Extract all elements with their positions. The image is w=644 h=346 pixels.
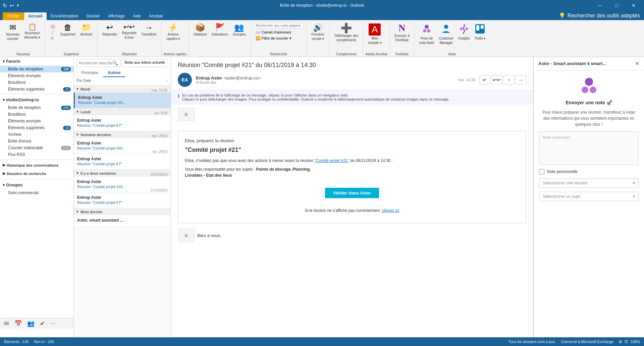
- mail-nav-icon[interactable]: ✉: [4, 320, 9, 327]
- email-item-5[interactable]: Entrup Aster 21/10/2019 Réunion "Comité …: [74, 192, 171, 208]
- tab-autres[interactable]: Autres: [103, 69, 125, 77]
- tab-envoi[interactable]: Envoi/réception: [47, 12, 83, 20]
- download-icon: ➕: [340, 23, 352, 33]
- personal-note-checkbox[interactable]: [539, 169, 544, 174]
- telecharger-button[interactable]: ➕ Télécharger descompléments: [332, 23, 360, 43]
- tab-accueil[interactable]: Accueil: [24, 12, 47, 20]
- move-label: Déplacer: [194, 32, 207, 37]
- email-item-0[interactable]: Entrup Aster mar. 14:30 Réunion "Comité …: [74, 93, 171, 108]
- cliquez-ici-link[interactable]: cliquez ici: [382, 208, 399, 213]
- aster-section-title: Envoyer une note 🚀: [539, 100, 639, 105]
- email-item-3[interactable]: Entrup Aster lun. 28/10 Réunion "Comité …: [74, 154, 171, 170]
- repondre-button[interactable]: ↩ Répondre: [100, 23, 119, 37]
- email-item-1[interactable]: Entrup Aster lun. 9:30 Réunion "Comité p…: [74, 115, 171, 131]
- undo-icon[interactable]: ↩: [10, 2, 14, 9]
- email-group-mois[interactable]: ▾ Mois dernier: [74, 208, 171, 215]
- people-nav-icon[interactable]: 👥: [27, 320, 35, 327]
- nouveaux-elements-button[interactable]: 📋 Nouveauxéléments ▾: [22, 23, 42, 40]
- sidebar-history-header[interactable]: ▶ Historique des conversations: [0, 161, 73, 169]
- complements-group-label: Compléments: [331, 52, 361, 57]
- sidebar-item-archive[interactable]: Archive: [0, 131, 73, 138]
- nouveau-courrier-button[interactable]: ✉ Nouveaucourrier: [4, 23, 21, 42]
- filtre-button[interactable]: 🔽 Filtre de courrier ▾: [254, 36, 304, 41]
- favorites-label: Favoris: [6, 59, 20, 64]
- actions-rapides-button[interactable]: ⚡ Actionsrapides ▾: [164, 23, 182, 42]
- sort-label[interactable]: Par Date: [76, 78, 91, 82]
- sort-icon[interactable]: ↑: [166, 78, 168, 82]
- aster-note-input[interactable]: Note à envoyer: [539, 131, 639, 165]
- sidebar-item-junk[interactable]: Courrier indésirable [15]: [0, 145, 73, 151]
- sidebar-item-drafts2[interactable]: Brouillons: [0, 111, 73, 118]
- trello-button[interactable]: Trello ▾: [473, 23, 487, 41]
- insights-label: Insights: [458, 36, 470, 41]
- view-icon1[interactable]: ⊞: [619, 340, 622, 344]
- indicateurs-button[interactable]: 🚩 Indicateurs: [210, 23, 230, 37]
- ignorer-button[interactable]: 🚫: [49, 24, 57, 29]
- deleted2-badge: 13: [63, 126, 71, 130]
- sidebar-item-rss[interactable]: Flux RSS: [0, 151, 73, 158]
- more-actions-btn[interactable]: ···: [516, 75, 526, 84]
- sidebar-item-inbox[interactable]: Boîte de réception 100: [0, 66, 73, 72]
- view-icon2[interactable]: ☰: [625, 340, 628, 344]
- onenote-button[interactable]: 𝐍 Envoyer àOneNote: [392, 23, 412, 43]
- select-sujet-dropdown[interactable]: Sélectionner un sujet ▾: [539, 192, 639, 201]
- reply-all-btn[interactable]: ↩↩: [491, 75, 502, 84]
- mon-compte-button[interactable]: A Moncompte ▾: [366, 23, 384, 46]
- reply-btn[interactable]: ↩: [479, 75, 490, 84]
- fonction-vocale-button[interactable]: 🔊 Fonctionvocale ▾: [310, 23, 326, 42]
- deplacer-button[interactable]: 📦 Déplacer: [192, 23, 209, 37]
- sidebar-item-drafts[interactable]: Brouillons: [0, 79, 73, 86]
- minimize-button[interactable]: ─: [592, 0, 608, 11]
- carnet-button[interactable]: 📖 Carnet d'adresses: [254, 29, 304, 35]
- sidebar-divider3: [0, 179, 73, 179]
- repondre-tous-button[interactable]: ↩↩ Répondreà tous: [120, 23, 139, 40]
- sidebar-favorites-header[interactable]: ▾ Favoris: [0, 57, 73, 66]
- insights-button[interactable]: Insights: [456, 23, 472, 41]
- tab-prioritaire[interactable]: Prioritaire: [76, 69, 103, 77]
- groupes-button[interactable]: 👥 Groupes: [231, 23, 248, 37]
- refresh-icon[interactable]: ↻: [3, 2, 7, 9]
- tab-acrobat[interactable]: Acrobat: [145, 12, 167, 20]
- sidebar-groups-header[interactable]: ▾ Groupes: [0, 181, 73, 189]
- select-reunion-dropdown[interactable]: Sélectionner une réunion ▾: [539, 178, 639, 188]
- sidebar-item-outbox[interactable]: Boîte d'envoi: [0, 138, 73, 145]
- sidebar-item-sent[interactable]: Éléments envoyés: [0, 72, 73, 79]
- sidebar-item-commercial[interactable]: Suivi commercial: [0, 189, 73, 196]
- close-button[interactable]: ✕: [626, 0, 641, 11]
- supprimer-button[interactable]: 🗑 Supprimer: [58, 23, 77, 37]
- status-sync: Tous les dossiers sont à jour.: [508, 340, 556, 344]
- tab-affichage[interactable]: Affichage: [104, 12, 129, 20]
- insights-icon: [459, 23, 469, 36]
- aster-panel: Aster - Smart assistant 4 smart... ✕ Env…: [533, 57, 644, 337]
- tab-aide[interactable]: Aide: [129, 12, 145, 20]
- dropdown-icon[interactable]: ▾: [17, 3, 19, 8]
- filtre-label: Filtre de courrier ▾: [262, 36, 291, 41]
- sidebar-search-header[interactable]: ▶ Dossiers de recherche: [0, 169, 73, 178]
- customer-manager-button[interactable]: CustomerManager: [437, 23, 455, 46]
- tab-dossier[interactable]: Dossier: [82, 12, 104, 20]
- more-nav-icon[interactable]: ···: [50, 320, 55, 327]
- sidebar-item-deleted[interactable]: Éléments supprimés 13: [0, 86, 73, 93]
- aster-close-button[interactable]: ✕: [635, 60, 639, 67]
- archiver-button[interactable]: 📁 Archiver: [78, 23, 95, 37]
- restore-button[interactable]: □: [609, 0, 625, 11]
- forward-btn[interactable]: →: [503, 75, 514, 84]
- validate-aster-button[interactable]: Valider dans Aster: [325, 188, 379, 198]
- email-search-input[interactable]: [79, 61, 112, 65]
- contact-search-input[interactable]: [254, 23, 304, 28]
- sidebar-item-inbox2[interactable]: Boîte de réception 100: [0, 104, 73, 111]
- meeting-link[interactable]: "Comité projet #21": [315, 158, 349, 163]
- nettoyer-button[interactable]: 🧹: [49, 30, 57, 35]
- email-item-6[interactable]: Aster, smart assistant ...: [74, 215, 171, 227]
- sidebar-account-header[interactable]: ▾ elodie@entrup.io: [0, 96, 73, 104]
- tab-fichier[interactable]: Fichier: [3, 12, 24, 20]
- tasks-nav-icon[interactable]: ✔: [40, 320, 45, 327]
- ribbon-search-bar: 💡 Rechercher des outils adaptés: [555, 11, 644, 20]
- sidebar-item-deleted2[interactable]: Éléments supprimés 13: [0, 124, 73, 131]
- transferer-button[interactable]: → Transférer: [139, 23, 159, 37]
- prise-note-button[interactable]: Prise denote Aster: [417, 23, 436, 46]
- courier-ind-button[interactable]: ⚠: [49, 36, 57, 41]
- sidebar-item-sent2[interactable]: Éléments envoyés: [0, 118, 73, 124]
- inbox-selector[interactable]: Boîte aux lettres actuelle: [122, 59, 168, 67]
- calendar-nav-icon[interactable]: 📅: [14, 320, 22, 327]
